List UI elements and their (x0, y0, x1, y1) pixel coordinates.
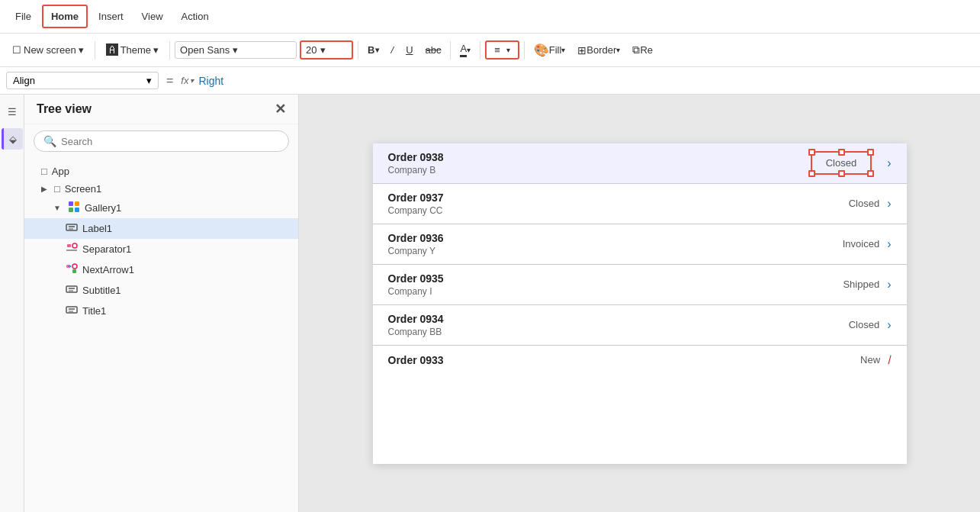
separator-4 (450, 41, 451, 60)
separator1-icon (66, 242, 78, 256)
screen1-label: Screen1 (65, 183, 101, 195)
svg-rect-15 (66, 286, 77, 292)
tree-item-nextarrow1[interactable]: NextArrow1 (24, 259, 298, 280)
new-screen-icon: ☐ (12, 44, 21, 56)
tree-search-box[interactable]: 🔍 (34, 130, 289, 152)
row-info-0935: Order 0935 Company I (388, 272, 843, 297)
gallery-icon (68, 201, 80, 215)
hamburger-button[interactable]: ☰ (2, 101, 23, 122)
row-title-0936: Order 0936 (388, 232, 843, 244)
left-icon-strip: ☰ ⬙ (0, 95, 24, 512)
tree-item-separator1[interactable]: Separator1 (24, 239, 298, 259)
font-color-label: A (460, 43, 467, 57)
theme-chevron: ▾ (153, 44, 159, 56)
menu-bar: File Home Insert View Action (0, 0, 980, 34)
row-info-0934: Order 0934 Company BB (388, 313, 849, 337)
tree-item-app[interactable]: □ App (24, 163, 298, 180)
theme-button[interactable]: 🅰 Theme ▾ (100, 40, 165, 60)
fill-icon: 🎨 (534, 43, 549, 57)
row-title-0935: Order 0935 (388, 272, 843, 285)
row-info-0933: Order 0933 (388, 354, 861, 366)
row-title-0938: Order 0938 (388, 151, 811, 163)
row-info-0936: Order 0936 Company Y (388, 232, 843, 256)
bold-button[interactable]: B ▾ (363, 41, 383, 59)
underline-label: U (406, 44, 413, 56)
app-icon: □ (41, 166, 47, 177)
tree-title: Tree view (37, 102, 92, 116)
gallery-row-0938[interactable]: Order 0938 Company B Closed (373, 143, 907, 184)
font-selector[interactable]: Open Sans ▾ (175, 41, 297, 59)
gallery-row-0935[interactable]: Order 0935 Company I Shipped › (373, 265, 907, 305)
strikethrough-label: abc (426, 44, 442, 56)
label1-label: Label1 (82, 223, 112, 234)
bold-label: B (368, 44, 374, 56)
separator-1 (95, 41, 95, 60)
row-status-0933: New (860, 354, 880, 365)
menu-view[interactable]: View (134, 6, 171, 27)
row-status-0937: Closed (849, 198, 879, 209)
tree-item-screen1[interactable]: ▶ □ Screen1 (24, 180, 298, 198)
align-button[interactable]: ≡ ▾ (485, 40, 519, 60)
app-label: App (52, 166, 69, 177)
nextarrow1-label: NextArrow1 (82, 264, 134, 275)
row-arrow-0933: \ (885, 353, 895, 367)
svg-rect-7 (67, 244, 71, 247)
row-sub-0938: Company B (388, 165, 811, 175)
fx-chevron: ▾ (190, 76, 194, 85)
gallery-list: Order 0938 Company B Closed (373, 143, 907, 375)
toolbar: ☐ New screen ▾ 🅰 Theme ▾ Open Sans ▾ 20 … (0, 34, 980, 67)
subtitle1-icon (66, 283, 78, 298)
menu-insert[interactable]: Insert (91, 6, 131, 27)
subtitle1-label: Subtitle1 (82, 285, 121, 296)
svg-point-8 (72, 243, 77, 248)
italic-button[interactable]: / (387, 41, 399, 59)
re-label: Re (640, 44, 653, 56)
gallery-row-0933[interactable]: Order 0933 New \ (373, 346, 907, 375)
font-size-value: 20 (306, 44, 316, 56)
font-size-selector[interactable]: 20 ▾ (300, 40, 353, 60)
svg-rect-3 (75, 208, 79, 212)
tree-item-subtitle1[interactable]: Subtitle1 (24, 280, 298, 301)
svg-rect-2 (69, 208, 73, 212)
property-selector[interactable]: Align ▾ (6, 72, 159, 89)
re-icon: ⧉ (632, 43, 640, 56)
row-arrow-0936: › (887, 237, 891, 251)
menu-file[interactable]: File (8, 6, 39, 27)
menu-home[interactable]: Home (42, 5, 88, 28)
font-color-button[interactable]: A ▾ (455, 40, 475, 60)
gallery-row-0936[interactable]: Order 0936 Company Y Invoiced › (373, 224, 907, 265)
row-status-0936: Invoiced (843, 238, 879, 250)
title1-label: Title1 (82, 305, 106, 317)
font-color-chevron: ▾ (467, 46, 471, 54)
bold-chevron: ▾ (375, 46, 379, 54)
border-button[interactable]: ⊞ Border ▾ (573, 41, 625, 60)
tree-content: □ App ▶ □ Screen1 ▼ (24, 158, 298, 512)
underline-button[interactable]: U (401, 41, 417, 59)
strikethrough-button[interactable]: abc (421, 41, 446, 59)
svg-rect-1 (75, 201, 79, 206)
main-layout: ☰ ⬙ Tree view ✕ 🔍 □ App ▶ □ (0, 95, 980, 512)
property-chevron: ▾ (146, 75, 152, 86)
new-screen-button[interactable]: ☐ New screen ▾ (6, 41, 90, 59)
separator1-label: Separator1 (82, 243, 131, 255)
row-status-0938: Closed (811, 151, 872, 175)
re-button[interactable]: ⧉ Re (628, 40, 657, 60)
gallery-row-0934[interactable]: Order 0934 Company BB Closed › (373, 305, 907, 346)
layers-button[interactable]: ⬙ (2, 128, 23, 150)
gallery-row-0937[interactable]: Order 0937 Company CC Closed › (373, 184, 907, 224)
new-screen-chevron: ▾ (79, 44, 84, 56)
search-input[interactable] (61, 136, 279, 147)
row-title-0933: Order 0933 (388, 354, 861, 366)
svg-rect-14 (72, 269, 76, 273)
tree-item-label1[interactable]: Label1 (24, 218, 298, 239)
menu-action[interactable]: Action (174, 6, 217, 27)
row-sub-0934: Company BB (388, 327, 849, 337)
row-arrow-0935: › (887, 278, 891, 291)
align-icon: ≡ (494, 44, 500, 56)
tree-item-gallery1[interactable]: ▼ Gallery1 (24, 198, 298, 218)
fx-indicator[interactable]: fx ▾ (181, 75, 194, 86)
tree-item-title1[interactable]: Title1 (24, 301, 298, 321)
fx-label: fx (181, 75, 188, 86)
fill-button[interactable]: 🎨 Fill ▾ (529, 40, 570, 60)
tree-close-button[interactable]: ✕ (275, 102, 286, 116)
